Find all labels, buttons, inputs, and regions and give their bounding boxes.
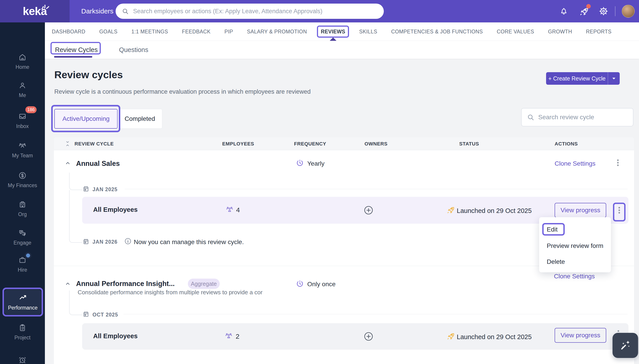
rocket-icon: [447, 206, 455, 214]
filter-active-upcoming[interactable]: Active/Upcoming: [54, 109, 118, 129]
frequency-value: Only once: [307, 280, 336, 288]
alarm-icon: [18, 356, 27, 364]
kebab-menu-icon[interactable]: [614, 158, 621, 167]
sidebar-item-label: Home: [16, 64, 29, 70]
sidebar-item-label: Org: [18, 211, 27, 218]
employee-count: 4: [236, 206, 240, 214]
sidebar-item-label: My Finances: [8, 182, 37, 188]
global-search[interactable]: [116, 4, 384, 19]
tab-goals[interactable]: GOALS: [99, 22, 117, 41]
home-icon: [18, 53, 27, 62]
column-status: STATUS: [459, 141, 479, 147]
create-review-cycle-button[interactable]: + Create Review Cycle: [546, 72, 620, 85]
search-review-cycle[interactable]: [521, 108, 633, 126]
subtab-review-cycles-label: Review Cycles: [55, 46, 98, 54]
tab-reviews[interactable]: REVIEWS: [321, 22, 345, 41]
sidebar-item-performance[interactable]: Performance: [5, 290, 41, 314]
avatar[interactable]: [622, 5, 635, 18]
row-group-name: All Employees: [93, 332, 138, 340]
timeline-connector: [69, 172, 82, 190]
menu-item-preview-review-form[interactable]: Preview review form: [547, 242, 603, 250]
search-review-cycle-input[interactable]: [538, 114, 628, 121]
subtab-questions[interactable]: Questions: [119, 41, 148, 59]
employees-icon: [225, 205, 234, 214]
sidebar-item-project[interactable]: Project: [0, 324, 45, 341]
collapse-all-icon[interactable]: [64, 140, 71, 147]
tab-pip[interactable]: PIP: [225, 22, 233, 41]
subtab-review-cycles[interactable]: Review Cycles: [55, 41, 98, 59]
review-cycle-name: Annual Sales: [76, 160, 120, 168]
clone-settings-link[interactable]: Clone Settings: [554, 273, 595, 280]
table-row[interactable]: [82, 323, 628, 350]
chevron-up-icon[interactable]: [65, 280, 71, 287]
view-progress-button[interactable]: View progress: [555, 203, 606, 218]
global-search-input[interactable]: [133, 8, 378, 15]
filter-active-upcoming-label: Active/Upcoming: [62, 115, 110, 122]
logo-sparkle-icon: [41, 3, 50, 11]
whats-new-badge-dot: [586, 4, 591, 8]
table-header: REVIEW CYCLE EMPLOYEES FREQUENCY OWNERS …: [54, 137, 634, 150]
row-kebab-menu-icon[interactable]: [616, 206, 623, 215]
calendar-icon: [82, 310, 90, 318]
tab-feedback[interactable]: FEEDBACK: [182, 22, 210, 41]
tab-core-values[interactable]: CORE VALUES: [497, 22, 534, 41]
clone-settings-link[interactable]: Clone Settings: [555, 160, 595, 167]
period-note: Now you can manage this review cycle.: [134, 238, 244, 246]
whats-new-button[interactable]: [579, 0, 589, 22]
search-icon: [121, 8, 129, 15]
menu-item-delete[interactable]: Delete: [547, 258, 565, 266]
create-dropdown-toggle[interactable]: [608, 72, 620, 85]
hire-notification-dot: [25, 252, 32, 259]
sidebar-item-label: Project: [14, 335, 31, 341]
add-owner-button[interactable]: [363, 331, 374, 342]
add-owner-button[interactable]: [363, 205, 374, 216]
sidebar-item-org[interactable]: Org: [0, 200, 45, 218]
bell-icon: [559, 7, 568, 16]
column-employees: EMPLOYEES: [222, 141, 254, 147]
row-actions-menu: Edit Preview review form Delete: [539, 217, 611, 272]
sidebar-item-hire[interactable]: Hire: [0, 256, 45, 273]
sidebar-item-engage[interactable]: Engage: [0, 228, 45, 246]
tab-dashboard[interactable]: DASHBOARD: [52, 22, 85, 41]
inbox-icon: [18, 112, 27, 120]
employee-count: 2: [236, 332, 240, 340]
notifications-button[interactable]: [559, 0, 568, 22]
filter-completed[interactable]: Completed: [118, 109, 162, 129]
filter-completed-label: Completed: [125, 115, 155, 122]
column-owners: OWNERS: [364, 141, 388, 147]
settings-button[interactable]: [598, 0, 609, 22]
active-tab-arrow: [330, 38, 336, 41]
period-divider: [123, 314, 627, 314]
page-title: Review cycles: [54, 69, 123, 81]
sidebar-item-time-attend[interactable]: Time Attend: [0, 356, 45, 364]
tab-skills[interactable]: SKILLS: [359, 22, 377, 41]
tab-reports[interactable]: REPORTS: [586, 22, 612, 41]
tab-growth[interactable]: GROWTH: [548, 22, 572, 41]
trend-icon: [19, 293, 27, 302]
sidebar-item-me[interactable]: Me: [0, 81, 45, 98]
tab-competencies-job-functions[interactable]: COMPETENCIES & JOB FUNCTIONS: [391, 22, 483, 41]
sidebar-item-home[interactable]: Home: [0, 53, 45, 70]
sidebar-item-inbox[interactable]: 186 Inbox: [0, 112, 45, 129]
calendar-icon: [82, 238, 90, 246]
gear-icon: [598, 6, 609, 16]
active-subtab-underline: [54, 56, 92, 58]
sidebar-item-my-team[interactable]: My Team: [0, 142, 45, 159]
period-divider: [125, 189, 627, 189]
ai-assistant-button[interactable]: [612, 333, 638, 358]
view-progress-button[interactable]: View progress: [555, 328, 606, 343]
clock-icon: [296, 159, 304, 167]
rocket-icon: [447, 332, 455, 340]
sidebar-item-my-finances[interactable]: My Finances: [0, 171, 45, 188]
row-group-name: All Employees: [93, 206, 138, 214]
chevron-up-icon[interactable]: [65, 160, 71, 166]
menu-item-edit[interactable]: Edit: [547, 226, 557, 233]
sidebar-item-label: Hire: [18, 267, 27, 273]
keka-logo[interactable]: keka: [0, 0, 70, 22]
inbox-count-badge: 186: [25, 106, 37, 113]
tab-1-1-meetings[interactable]: 1:1 MEETINGS: [131, 22, 168, 41]
sidebar-item-label: Inbox: [16, 123, 29, 129]
tab-salary-promotion[interactable]: SALARY & PROMOTION: [247, 22, 307, 41]
period-date: JAN 2025: [92, 186, 118, 192]
search-icon: [527, 113, 535, 121]
